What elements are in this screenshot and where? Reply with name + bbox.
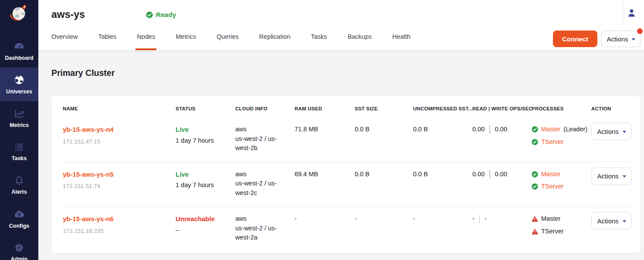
read-ops: - xyxy=(472,214,475,224)
globe-icon xyxy=(14,74,25,86)
cloud-upload-icon xyxy=(14,209,25,220)
universe-header: aws-ys Ready Overview xyxy=(38,0,644,51)
node-status: Unreachable xyxy=(176,214,232,224)
tab-tables[interactable]: Tables xyxy=(98,33,116,50)
chart-icon xyxy=(14,108,25,119)
sidebar-item-label: Tasks xyxy=(12,155,27,161)
table-row: yb-15-aws-ys-n5 172.151.51.74 Live 1 day… xyxy=(63,162,636,207)
node-cloud-provider: aws xyxy=(235,125,291,134)
tab-queries[interactable]: Queries xyxy=(217,33,239,50)
sidebar-item-label: Universes xyxy=(6,89,32,95)
sidebar-item-tasks[interactable]: Tasks xyxy=(0,135,38,168)
node-ip: 172.151.51.74 xyxy=(63,181,172,191)
sidebar-item-label: Configs xyxy=(9,223,30,229)
node-actions-label: Actions xyxy=(597,172,618,180)
col-cloud-info: CLOUD INFO xyxy=(235,96,295,117)
node-sst-size: 0.0 B xyxy=(355,117,413,162)
sidebar-item-label: Alerts xyxy=(11,189,27,195)
sidebar-item-universes[interactable]: Universes xyxy=(0,68,38,101)
universe-tabs: Overview Tables Nodes Metrics Queries Re… xyxy=(51,33,431,50)
check-circle-icon xyxy=(532,171,538,178)
sidebar-nav: Dashboard Universes xyxy=(0,34,38,260)
col-sst-size: SST SIZE xyxy=(355,96,413,117)
node-region-az: us-west-2 / us-west-2c xyxy=(235,179,279,198)
node-region-az: us-west-2 / us-west-2a xyxy=(235,224,279,243)
process-master: Master (Leader) xyxy=(532,125,588,134)
node-ram-used: 71.8 MB xyxy=(295,117,355,162)
connect-button[interactable]: Connect xyxy=(553,31,597,47)
node-status: Live xyxy=(176,170,232,179)
col-status: STATUS xyxy=(176,96,235,117)
node-read-write-ops: 0.00 0.00 xyxy=(472,125,528,134)
process-master-link[interactable]: Master xyxy=(541,125,560,134)
process-master: Master xyxy=(532,214,588,224)
sidebar-item-alerts[interactable]: Alerts xyxy=(0,168,38,202)
list-icon xyxy=(14,142,24,152)
sidebar-item-configs[interactable]: Configs xyxy=(0,202,38,236)
node-name-link[interactable]: yb-15-aws-ys-n4 xyxy=(63,125,172,134)
process-master-link[interactable]: Master xyxy=(541,170,560,179)
tab-backups[interactable]: Backups xyxy=(348,33,372,50)
check-circle-icon xyxy=(532,139,538,145)
node-ram-used: 69.4 MB xyxy=(295,162,355,207)
process-tserver: TServer xyxy=(532,227,588,236)
node-uptime: – xyxy=(176,226,232,235)
col-uncompressed-sst: UNCOMPRESSED SST... xyxy=(413,96,472,117)
tab-tasks[interactable]: Tasks xyxy=(311,33,327,50)
universe-title: aws-ys xyxy=(51,9,85,21)
tab-replication[interactable]: Replication xyxy=(259,33,291,50)
node-uptime: 1 day 7 hours xyxy=(176,136,232,146)
sidebar-item-dashboard[interactable]: Dashboard xyxy=(0,34,38,68)
node-uncompressed-sst: 0.0 B xyxy=(413,162,472,207)
col-read-write-ops: READ | WRITE OPS/SEC xyxy=(472,96,532,117)
node-uptime: 1 day 7 hours xyxy=(176,181,232,190)
main-area: aws-ys Ready Overview xyxy=(38,0,644,260)
tab-metrics[interactable]: Metrics xyxy=(176,33,196,50)
check-circle-icon xyxy=(532,183,538,190)
ops-separator xyxy=(479,215,480,223)
write-ops: 0.00 xyxy=(495,125,507,134)
table-header-row: NAME STATUS CLOUD INFO RAM USED SST SIZE… xyxy=(63,96,636,117)
chevron-down-icon xyxy=(632,38,635,41)
tab-nodes[interactable]: Nodes xyxy=(137,33,155,50)
check-circle-icon xyxy=(146,11,153,18)
node-ip: 172.151.47.15 xyxy=(63,137,172,147)
process-tserver-link[interactable]: TServer xyxy=(541,137,564,147)
process-leader-suffix: (Leader) xyxy=(563,125,587,134)
process-tserver-link[interactable]: TServer xyxy=(541,182,564,192)
nodes-table-card: NAME STATUS CLOUD INFO RAM USED SST SIZE… xyxy=(51,96,641,253)
sidebar-item-admin[interactable]: Admin xyxy=(0,236,38,260)
tab-health[interactable]: Health xyxy=(392,33,410,50)
process-tserver: TServer xyxy=(532,137,588,147)
write-ops: - xyxy=(485,214,487,224)
user-profile-button[interactable] xyxy=(627,8,637,20)
col-processes: PROCESSES xyxy=(532,96,591,117)
node-name-link[interactable]: yb-15-aws-ys-n5 xyxy=(63,170,172,179)
sidebar-item-label: Metrics xyxy=(10,122,29,128)
sidebar-item-metrics[interactable]: Metrics xyxy=(0,101,38,135)
sidebar-item-label: Dashboard xyxy=(5,55,33,61)
node-name-link[interactable]: yb-15-aws-ys-n6 xyxy=(63,214,172,224)
table-row: yb-15-aws-ys-n4 172.151.47.15 Live 1 day… xyxy=(63,117,636,162)
write-ops: 0.00 xyxy=(495,170,507,179)
warning-triangle-icon xyxy=(532,228,538,235)
node-ram-used: - xyxy=(295,207,355,251)
node-actions-button[interactable]: Actions xyxy=(591,168,632,185)
notification-dot xyxy=(637,28,643,34)
nodes-content: Primary Cluster NAME STATUS CLOUD INFO R… xyxy=(38,51,644,260)
node-actions-button[interactable]: Actions xyxy=(591,212,632,229)
universe-status-badge: Ready xyxy=(146,11,176,19)
node-uncompressed-sst: - xyxy=(413,207,472,251)
process-master: Master xyxy=(532,170,588,179)
node-cloud-provider: aws xyxy=(235,170,291,179)
node-sst-size: 0.0 B xyxy=(355,162,413,207)
sidebar-item-label: Admin xyxy=(11,256,28,260)
ops-separator xyxy=(489,170,490,178)
app-logo[interactable] xyxy=(0,0,38,24)
section-title: Primary Cluster xyxy=(51,68,641,78)
universe-actions-button[interactable]: Actions xyxy=(601,31,641,47)
tab-overview[interactable]: Overview xyxy=(51,33,78,50)
chevron-down-icon xyxy=(623,175,626,178)
node-actions-button[interactable]: Actions xyxy=(591,123,632,140)
node-actions-label: Actions xyxy=(597,128,618,135)
